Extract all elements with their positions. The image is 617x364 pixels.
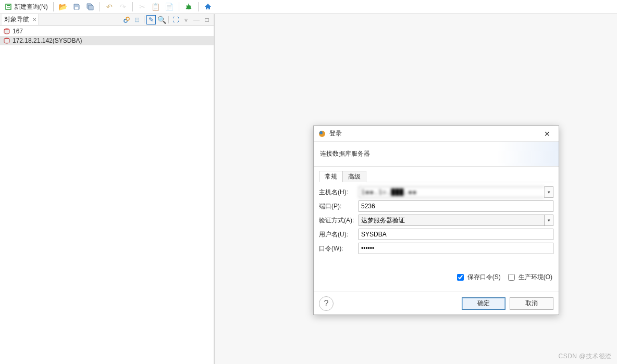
svg-rect-2 [7, 7, 10, 8]
cut-icon: ✂ [138, 3, 146, 11]
home-button[interactable] [202, 1, 214, 12]
panel-header: 对象导航 ✕ ⊟ ✎ 🔍 ⛶ ▿ — □ [0, 14, 214, 26]
database-icon [3, 28, 10, 35]
checkbox-row: 保存口令(S) 生产环境(O) [319, 267, 553, 287]
chevron-down-icon[interactable]: ▾ [544, 186, 553, 198]
paste-icon: 📄 [165, 3, 174, 11]
save-password-check[interactable] [457, 274, 464, 281]
main-toolbar: 新建查询(N) 📂 ↶ ↷ ✂ 📋 📄 [0, 0, 617, 14]
panel-separator [168, 16, 169, 23]
form-row-port: 端口(P): [319, 199, 553, 213]
toolbar-separator [198, 2, 199, 11]
tab-label: 常规 [325, 172, 337, 181]
undo-icon: ↶ [105, 3, 114, 11]
tree-item-label: 167 [13, 28, 23, 35]
dialog-title: 登录 [329, 129, 342, 138]
login-form: 主机名(H): ▾ 端口(P): 验证方式(A): ▾ [319, 182, 553, 259]
new-query-icon [4, 3, 13, 11]
view-menu-icon[interactable]: ▿ [181, 15, 191, 24]
debug-button[interactable] [182, 1, 195, 12]
panel-separator [144, 16, 144, 23]
tree-item[interactable]: 172.18.21.142(SYSDBA) [0, 36, 214, 45]
cut-button[interactable]: ✂ [136, 1, 149, 12]
home-icon [204, 3, 212, 11]
dialog-titlebar[interactable]: 登录 ✕ [314, 126, 559, 142]
prod-env-checkbox[interactable]: 生产环境(O) [506, 272, 552, 282]
tab-general[interactable]: 常规 [319, 171, 343, 182]
svg-point-4 [187, 5, 191, 9]
edit-icon[interactable]: ✎ [146, 15, 156, 24]
cancel-label: 取消 [525, 299, 538, 308]
expand-all-icon[interactable]: ⛶ [171, 15, 180, 24]
prod-env-check[interactable] [508, 274, 515, 281]
save-all-button[interactable] [84, 1, 96, 12]
toolbar-separator [179, 2, 179, 11]
auth-label: 验证方式(A): [319, 216, 359, 225]
copy-button[interactable]: 📋 [150, 1, 162, 12]
svg-line-8 [186, 8, 187, 9]
login-icon [318, 130, 326, 138]
svg-line-9 [190, 8, 191, 9]
close-button[interactable]: ✕ [540, 128, 554, 140]
watermark: CSDN @技术很渣 [558, 352, 612, 361]
login-dialog: 登录 ✕ 连接数据库服务器 常规 高级 主机名(H): ▾ 端口(P): [313, 125, 559, 315]
redo-button[interactable]: ↷ [117, 1, 129, 12]
save-password-checkbox[interactable]: 保存口令(S) [455, 272, 501, 282]
panel-toolbar: ⊟ ✎ 🔍 ⛶ ▿ — □ [122, 15, 212, 24]
dialog-tabs: 常规 高级 [319, 171, 553, 182]
tab-label: 高级 [348, 172, 361, 181]
ok-button[interactable]: 确定 [462, 297, 505, 310]
ok-label: 确定 [477, 299, 490, 308]
svg-rect-1 [7, 5, 10, 6]
dialog-subtitle: 连接数据库服务器 [320, 149, 370, 158]
help-button[interactable]: ? [319, 296, 334, 311]
redo-icon: ↷ [119, 3, 127, 11]
dialog-footer: ? 确定 取消 [314, 292, 559, 315]
password-input[interactable] [359, 243, 553, 254]
toolbar-separator [132, 2, 133, 11]
user-label: 用户名(U): [319, 230, 359, 239]
form-row-password: 口令(W): [319, 242, 553, 255]
toolbar-separator [53, 2, 54, 11]
cancel-button[interactable]: 取消 [510, 297, 553, 310]
left-panel: 对象导航 ✕ ⊟ ✎ 🔍 ⛶ ▿ — □ 1 [0, 14, 215, 364]
maximize-icon[interactable]: □ [202, 15, 212, 24]
database-icon [3, 37, 10, 44]
undo-button[interactable]: ↶ [103, 1, 116, 12]
tab-advanced[interactable]: 高级 [342, 171, 366, 182]
tree-item-label: 172.18.21.142(SYSDBA) [13, 37, 82, 44]
save-all-icon [86, 3, 94, 11]
user-input[interactable] [359, 229, 553, 240]
port-input[interactable] [359, 200, 553, 212]
new-query-button[interactable]: 新建查询(N) [2, 1, 50, 12]
svg-rect-3 [75, 7, 78, 9]
minimize-icon[interactable]: — [192, 15, 201, 24]
save-button[interactable] [70, 1, 83, 12]
bug-icon [184, 3, 193, 11]
object-tree[interactable]: 167 172.18.21.142(SYSDBA) [0, 26, 214, 364]
new-query-label: 新建查询(N) [14, 3, 48, 11]
open-button[interactable]: 📂 [57, 1, 69, 12]
panel-tab[interactable]: 对象导航 ✕ [2, 14, 39, 25]
host-label: 主机名(H): [319, 188, 359, 197]
collapse-icon[interactable]: ⊟ [132, 15, 142, 24]
close-icon: ✕ [544, 130, 550, 138]
svg-point-11 [126, 17, 129, 20]
svg-line-7 [190, 6, 191, 6]
tree-item[interactable]: 167 [0, 27, 214, 36]
chevron-down-icon[interactable]: ▾ [544, 215, 553, 226]
paste-button[interactable]: 📄 [163, 1, 176, 12]
host-input[interactable] [359, 186, 544, 198]
search-icon[interactable]: 🔍 [157, 15, 166, 24]
form-row-auth: 验证方式(A): ▾ [319, 214, 553, 227]
close-icon[interactable]: ✕ [32, 17, 36, 22]
prod-env-label: 生产环境(O) [519, 273, 552, 282]
help-icon: ? [324, 299, 329, 308]
panel-tab-label: 对象导航 [4, 15, 29, 24]
copy-icon: 📋 [152, 3, 160, 11]
link-icon[interactable] [122, 15, 131, 24]
save-password-label: 保存口令(S) [467, 273, 501, 282]
folder-open-icon: 📂 [59, 3, 67, 11]
auth-select[interactable] [359, 215, 544, 226]
svg-point-15 [319, 131, 323, 134]
